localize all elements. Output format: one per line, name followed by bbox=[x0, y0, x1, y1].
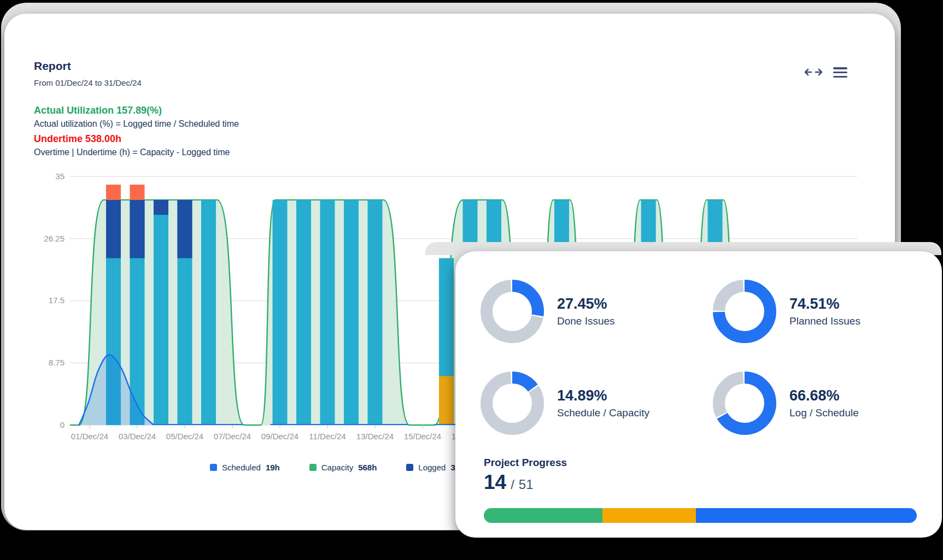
undertime-value: Undertime 538.00h bbox=[34, 132, 239, 145]
stat-percentage: 66.68% bbox=[789, 387, 859, 404]
capacity-swatch-icon bbox=[309, 464, 317, 471]
logged-swatch-icon bbox=[406, 464, 413, 471]
x-axis-tick: 09/Dec/24 bbox=[257, 432, 303, 441]
x-axis-tick: 13/Dec/24 bbox=[352, 432, 398, 441]
legend-label: Logged bbox=[418, 463, 446, 472]
legend-item-scheduled[interactable]: Scheduled 19h bbox=[210, 463, 280, 472]
legend-label: Capacity bbox=[321, 463, 353, 472]
donut-chart-planned-issues bbox=[713, 280, 776, 343]
scheduled-swatch-icon bbox=[210, 464, 217, 471]
y-axis-tick: 8.75 bbox=[19, 358, 65, 368]
donut-chart-done-issues bbox=[481, 280, 544, 343]
donut-chart-schedule-capacity bbox=[481, 372, 544, 435]
project-progress-bar bbox=[484, 508, 917, 523]
project-progress-title: Project Progress bbox=[484, 457, 567, 469]
x-axis-tick: 15/Dec/24 bbox=[400, 432, 446, 441]
y-axis-tick: 26.25 bbox=[19, 234, 65, 244]
report-date-range: From 01/Dec/24 to 31/Dec/24 bbox=[34, 78, 239, 89]
stat-done-issues: 27.45% Done Issues bbox=[481, 266, 713, 357]
chart-legend: Scheduled 19h Capacity 568h Logged 30h bbox=[210, 463, 465, 472]
stats-overlay-card: 27.45% Done Issues 74.51% Planned Issues… bbox=[455, 251, 942, 538]
stat-percentage: 14.89% bbox=[557, 387, 649, 404]
x-axis-tick: 07/Dec/24 bbox=[209, 432, 255, 441]
progress-segment bbox=[484, 508, 602, 523]
stat-schedule-capacity: 14.89% Schedule / Capacity bbox=[481, 357, 713, 449]
actual-utilization-value: Actual Utilization 157.89(%) bbox=[34, 104, 239, 117]
y-axis-tick: 17.5 bbox=[19, 296, 65, 305]
stat-label: Done Issues bbox=[557, 314, 615, 328]
legend-label: Scheduled bbox=[222, 463, 261, 472]
stat-planned-issues: 74.51% Planned Issues bbox=[713, 266, 943, 357]
stat-percentage: 27.45% bbox=[557, 295, 615, 313]
x-axis-tick: 05/Dec/24 bbox=[162, 432, 208, 441]
progress-segment bbox=[602, 508, 696, 523]
y-axis-tick: 35 bbox=[19, 172, 65, 181]
x-axis-tick: 11/Dec/24 bbox=[304, 432, 350, 441]
progress-segment bbox=[696, 508, 917, 523]
legend-value: 568h bbox=[358, 463, 377, 472]
undertime-formula: Overtime | Undertime (h) = Capacity - Lo… bbox=[34, 146, 239, 158]
progress-separator: / bbox=[511, 477, 514, 492]
stats-grid: 27.45% Done Issues 74.51% Planned Issues… bbox=[481, 266, 943, 449]
stat-log-schedule: 66.68% Log / Schedule bbox=[713, 357, 943, 449]
progress-total-count: 51 bbox=[519, 477, 534, 492]
stat-percentage: 74.51% bbox=[789, 295, 860, 313]
project-progress-count: 14 / 51 bbox=[484, 471, 534, 494]
expand-horizontal-icon[interactable] bbox=[804, 67, 823, 80]
legend-item-capacity[interactable]: Capacity 568h bbox=[309, 463, 377, 472]
page-title: Report bbox=[34, 59, 239, 73]
hamburger-menu-icon[interactable] bbox=[833, 67, 847, 80]
page-background: { "header": { "title": "Report", "date_r… bbox=[0, 0, 943, 560]
progress-done-count: 14 bbox=[484, 471, 506, 494]
stat-label: Schedule / Capacity bbox=[557, 406, 649, 420]
utilization-formula: Actual utilization (%) = Logged time / S… bbox=[34, 118, 239, 129]
legend-value: 19h bbox=[266, 463, 280, 472]
stat-label: Log / Schedule bbox=[789, 406, 859, 420]
x-axis-tick: 03/Dec/24 bbox=[114, 432, 160, 441]
stat-label: Planned Issues bbox=[789, 314, 860, 328]
y-axis-tick: 0 bbox=[19, 420, 65, 430]
report-header: Report From 01/Dec/24 to 31/Dec/24 Actua… bbox=[34, 59, 239, 161]
x-axis-tick: 01/Dec/24 bbox=[67, 432, 113, 441]
donut-chart-log-schedule bbox=[713, 372, 776, 435]
